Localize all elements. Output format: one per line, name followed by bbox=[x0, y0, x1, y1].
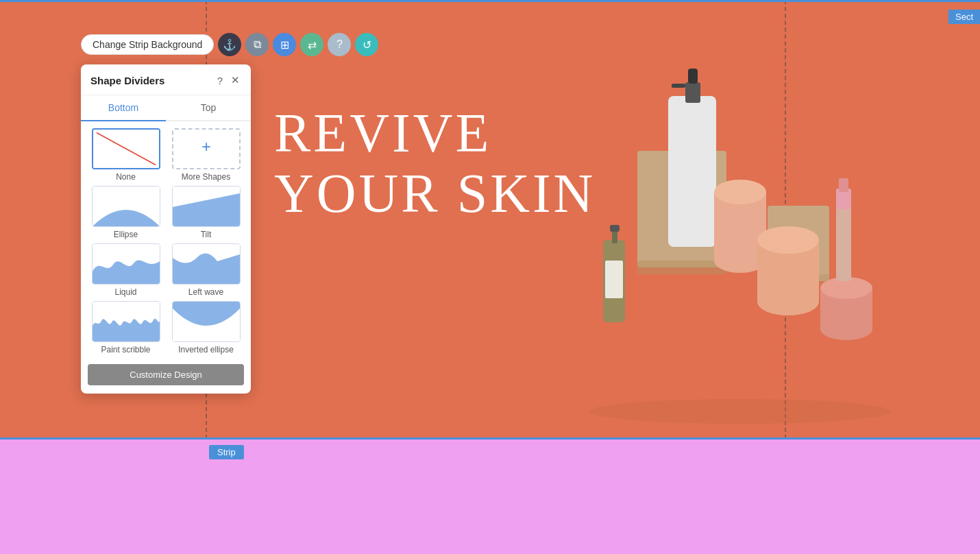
shape-label-tilt: Tilt bbox=[201, 230, 212, 239]
shape-item-invertedellipse[interactable]: Inverted ellipse bbox=[168, 301, 244, 354]
shape-preview-ellipse bbox=[92, 186, 160, 227]
shape-item-more[interactable]: + More Shapes bbox=[168, 128, 244, 182]
top-border bbox=[0, 0, 980, 2]
canvas-area: Sect REVIVE YOUR SKIN bbox=[0, 0, 980, 554]
help-button[interactable]: ? bbox=[328, 33, 351, 56]
shape-grid: None + More Shapes bbox=[81, 121, 251, 361]
tab-top[interactable]: Top bbox=[166, 95, 251, 120]
shape-item-ellipse[interactable]: Ellipse bbox=[88, 186, 164, 239]
panel-header-icons: ? ✕ bbox=[216, 73, 241, 88]
swap-button[interactable]: ⇄ bbox=[300, 33, 323, 56]
svg-rect-13 bbox=[610, 225, 620, 232]
shape-item-leftwave[interactable]: Left wave bbox=[168, 243, 244, 297]
shape-preview-liquid bbox=[92, 243, 160, 285]
shape-dividers-panel: Shape Dividers ? ✕ Bottom Top None bbox=[81, 64, 251, 394]
panel-help-button[interactable]: ? bbox=[216, 73, 224, 88]
shape-label-paintscribble: Paint scribble bbox=[101, 345, 150, 354]
svg-point-24 bbox=[589, 399, 891, 424]
svg-rect-6 bbox=[688, 69, 698, 84]
toolbar: Change Strip Background ⚓ ⧉ ⊞ ⇄ ? ↺ bbox=[81, 33, 378, 56]
shape-item-none[interactable]: None bbox=[88, 128, 164, 182]
shape-preview-paintscribble bbox=[92, 301, 160, 342]
svg-rect-7 bbox=[672, 84, 685, 88]
shape-label-invertedellipse: Inverted ellipse bbox=[178, 345, 234, 354]
customize-design-button[interactable]: Customize Design bbox=[88, 364, 244, 385]
hero-bottom-border bbox=[0, 437, 980, 439]
svg-rect-21 bbox=[836, 206, 851, 281]
change-background-button[interactable]: Change Strip Background bbox=[81, 34, 214, 55]
shape-item-tilt[interactable]: Tilt bbox=[168, 186, 244, 239]
panel-header: Shape Dividers ? ✕ bbox=[81, 64, 251, 95]
shape-preview-leftwave bbox=[172, 243, 241, 285]
svg-point-17 bbox=[757, 226, 819, 254]
product-area bbox=[535, 55, 911, 425]
svg-rect-23 bbox=[839, 178, 848, 192]
copy-button[interactable]: ⧉ bbox=[245, 33, 269, 56]
svg-rect-14 bbox=[605, 261, 623, 298]
shape-label-none: None bbox=[116, 172, 136, 182]
shape-item-liquid[interactable]: Liquid bbox=[88, 243, 164, 297]
panel-tabs: Bottom Top bbox=[81, 95, 251, 121]
shape-preview-invertedellipse bbox=[172, 301, 241, 342]
shape-preview-tilt bbox=[172, 186, 241, 227]
anchor-button[interactable]: ⚓ bbox=[218, 33, 241, 56]
pink-section bbox=[0, 439, 980, 554]
panel-close-button[interactable]: ✕ bbox=[230, 73, 241, 88]
shape-label-ellipse: Ellipse bbox=[114, 230, 138, 239]
svg-text:+: + bbox=[201, 138, 211, 156]
shape-preview-more: + bbox=[172, 128, 241, 169]
refresh-button[interactable]: ↺ bbox=[355, 33, 378, 56]
panel-title: Shape Dividers bbox=[90, 75, 164, 86]
shape-item-paintscribble[interactable]: Paint scribble bbox=[88, 301, 164, 354]
shape-label-leftwave: Left wave bbox=[188, 287, 223, 297]
svg-point-10 bbox=[714, 180, 766, 204]
tab-bottom[interactable]: Bottom bbox=[81, 95, 166, 121]
strip-label: Strip bbox=[209, 445, 244, 459]
shape-preview-none bbox=[92, 128, 160, 169]
svg-rect-1 bbox=[637, 261, 726, 274]
shape-label-liquid: Liquid bbox=[114, 287, 136, 297]
sect-label: Sect bbox=[948, 10, 980, 24]
shape-label-more: More Shapes bbox=[182, 172, 230, 182]
svg-rect-4 bbox=[668, 96, 716, 247]
crop-button[interactable]: ⊞ bbox=[273, 33, 296, 56]
svg-rect-35 bbox=[173, 302, 240, 309]
svg-rect-5 bbox=[685, 82, 700, 103]
